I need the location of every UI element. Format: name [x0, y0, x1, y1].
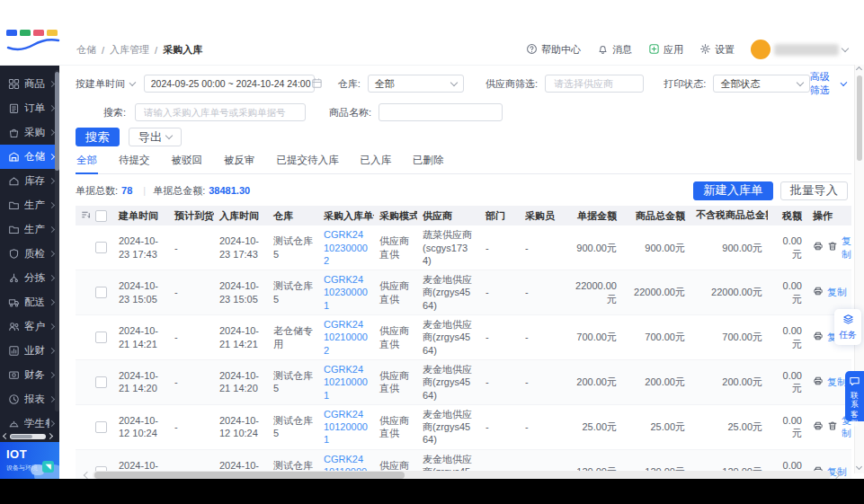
tab-4[interactable]: 已提交待入库 — [276, 150, 340, 173]
search-input-field[interactable] — [142, 106, 298, 119]
scroll-down-icon[interactable] — [856, 464, 862, 470]
customer-service-button[interactable]: 联系客服 — [845, 371, 864, 421]
sidebar-item-meal[interactable]: 学生餐 — [0, 411, 59, 436]
sidebar-item-order[interactable]: 订单 — [0, 96, 59, 120]
print-status-select[interactable]: 全部状态 — [713, 75, 809, 93]
select-all-checkbox[interactable] — [95, 210, 107, 222]
export-button[interactable]: 导出 — [129, 128, 183, 146]
column-header[interactable]: 商品总金额 — [622, 206, 690, 225]
warehouse-select[interactable]: 全部 — [368, 75, 464, 93]
select-all-cell — [90, 206, 113, 225]
row-checkbox[interactable] — [95, 287, 107, 298]
table-row: 2024-10-12 10:24-2024-10-12 10:24测试仓库5CG… — [76, 404, 851, 449]
order-no-link[interactable]: CGRK24102300001 — [324, 274, 368, 311]
sidebar-item-quality[interactable]: 质检 — [0, 242, 59, 266]
sidebar-hscrollbar[interactable] — [4, 433, 52, 439]
sidebar-scrollbar[interactable] — [55, 70, 59, 411]
help-center-button[interactable]: 帮助中心 — [526, 43, 581, 57]
delete-button[interactable] — [827, 420, 838, 434]
create-inbound-button[interactable]: 新建入库单 — [693, 181, 773, 200]
column-header[interactable]: 采购模式 — [374, 206, 417, 225]
print-button[interactable] — [813, 286, 824, 299]
column-header[interactable]: 仓库 — [268, 206, 318, 225]
sidebar-item-finance[interactable]: 财务 — [0, 363, 59, 387]
table-cell: 供应商直供 — [374, 404, 417, 449]
scroll-left-icon[interactable] — [84, 471, 91, 478]
search-button[interactable]: 搜索 — [76, 128, 120, 146]
tab-1[interactable]: 待提交 — [118, 150, 151, 173]
column-header[interactable]: 采购员 — [520, 206, 565, 225]
order-no-link[interactable]: CGRK24102300002 — [324, 229, 368, 266]
date-range-input[interactable]: 2024-09-25 00:00 ~ 2024-10-24 24:00 — [144, 75, 315, 93]
sidebar-item-customer[interactable]: 客户 — [0, 314, 59, 339]
avatar[interactable] — [751, 40, 770, 59]
breadcrumb-item[interactable]: 入库管理 — [110, 43, 149, 57]
delete-button[interactable] — [827, 241, 838, 254]
column-header[interactable]: 部门 — [480, 206, 520, 225]
product-name-input[interactable] — [379, 103, 503, 121]
print-button[interactable] — [813, 241, 824, 254]
sidebar-item-inventory[interactable]: 库存 — [0, 169, 59, 193]
column-header[interactable]: 建单时间 — [113, 206, 169, 225]
settings-button[interactable]: 设置 — [699, 43, 735, 57]
scrollbar-thumb[interactable] — [857, 75, 862, 161]
tab-6[interactable]: 已删除 — [412, 150, 445, 173]
tab-2[interactable]: 被驳回 — [171, 150, 204, 173]
copy-button[interactable]: 复制 — [827, 376, 847, 388]
print-button[interactable] — [813, 376, 824, 389]
copy-button[interactable]: 复制 — [827, 286, 847, 298]
column-header[interactable]: 不含税商品总金额 — [690, 206, 768, 225]
sidebar-item-report[interactable]: 报表 — [0, 387, 59, 411]
iot-banner[interactable]: IOT 设备与环境 ◥ — [0, 442, 59, 479]
table-cell: 0.00元 — [768, 359, 807, 404]
column-header[interactable]: 供应商 — [417, 206, 480, 225]
sidebar-item-delivery[interactable]: 配送 — [0, 290, 59, 314]
sidebar-item-goods[interactable]: 商品 — [0, 72, 59, 96]
product-name-field[interactable] — [386, 106, 495, 119]
scroll-right-icon[interactable] — [833, 471, 840, 478]
row-checkbox[interactable] — [95, 421, 107, 433]
order-no-link[interactable]: CGRK24102100001 — [324, 364, 368, 401]
row-checkbox[interactable] — [95, 332, 107, 343]
scroll-left-icon[interactable] — [3, 433, 9, 439]
help-icon — [526, 43, 538, 55]
order-no-link[interactable]: CGRK24102100002 — [324, 319, 368, 356]
apps-label: 应用 — [664, 43, 683, 57]
column-header[interactable]: 采购入库单号 — [318, 206, 374, 225]
print-button[interactable] — [813, 331, 824, 344]
sidebar-item-warehouse[interactable]: 仓储 — [0, 145, 59, 169]
column-header[interactable]: 单据金额 — [565, 206, 622, 225]
row-checkbox[interactable] — [95, 376, 107, 388]
sidebar-item-production[interactable]: 生产 — [0, 193, 59, 217]
sidebar-item-sorting[interactable]: 分拣 — [0, 266, 59, 290]
advanced-filter-link[interactable]: 高级筛选 — [810, 70, 846, 97]
order-no-link[interactable]: CGRK24101200001 — [324, 409, 368, 446]
sidebar-item-production[interactable]: 生产 — [0, 217, 59, 242]
horizontal-scrollbar[interactable] — [85, 470, 839, 479]
scroll-up-icon[interactable] — [856, 66, 862, 73]
tab-5[interactable]: 已入库 — [360, 150, 393, 173]
scrollbar-thumb[interactable] — [94, 472, 405, 479]
print-button[interactable] — [813, 420, 824, 434]
apps-button[interactable]: 应用 — [648, 43, 683, 57]
column-header[interactable]: 预计到货时间 — [169, 206, 214, 225]
column-header[interactable]: 入库时间 — [214, 206, 268, 225]
tasks-floating-button[interactable]: 任务 — [834, 309, 861, 345]
column-header[interactable]: 操作 — [807, 206, 851, 225]
tab-3[interactable]: 被反审 — [223, 150, 256, 173]
column-header[interactable]: 税额 — [768, 206, 807, 225]
supplier-input[interactable] — [545, 75, 644, 93]
messages-button[interactable]: 消息 — [597, 43, 632, 57]
sidebar-item-purchase[interactable]: 采购 — [0, 120, 59, 145]
sidebar-item-bizfinance[interactable]: 业财 — [0, 339, 59, 363]
breadcrumb-item[interactable]: 仓储 — [76, 43, 96, 57]
bulk-import-button[interactable]: 批量导入 — [780, 181, 848, 200]
scroll-right-icon[interactable] — [47, 433, 53, 439]
search-input[interactable] — [135, 103, 306, 121]
time-type-select[interactable]: 按建单时间 — [76, 77, 125, 91]
tab-0[interactable]: 全部 — [76, 150, 98, 174]
copy-button[interactable]: 复制 — [842, 234, 851, 261]
supplier-input-field[interactable] — [552, 77, 637, 90]
user-menu[interactable] — [751, 40, 848, 59]
row-checkbox[interactable] — [95, 242, 107, 253]
